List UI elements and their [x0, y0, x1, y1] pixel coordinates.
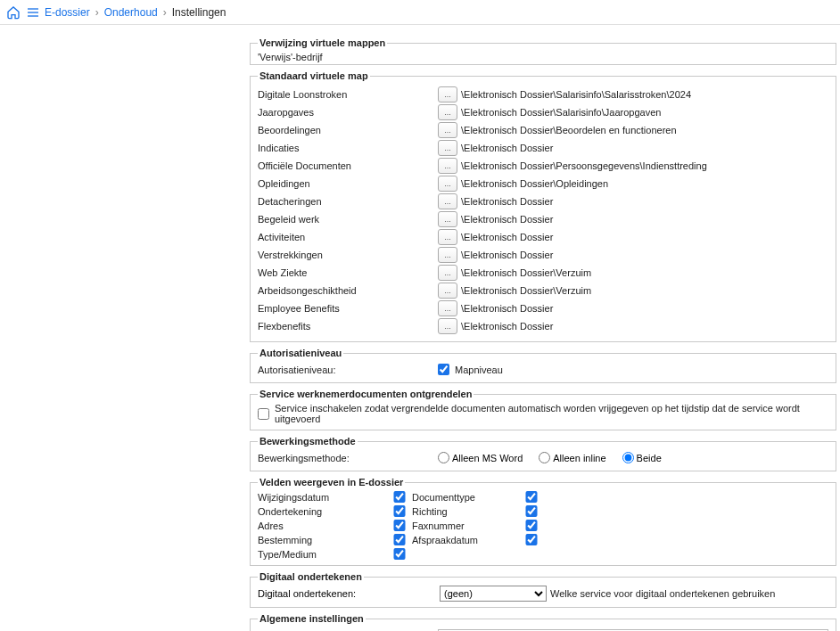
radio-inline[interactable] [539, 452, 550, 463]
section-sign: Digitaal ondertekenen Digitaal onderteke… [250, 571, 836, 608]
browse-button[interactable]: ... [438, 283, 457, 299]
path-row: Activiteiten...\Elektronisch Dossier [258, 229, 828, 245]
field-label: Wijzigingsdatum [258, 492, 387, 503]
browse-button[interactable]: ... [438, 300, 457, 316]
path-value: \Elektronisch Dossier [459, 232, 828, 242]
path-row: Web Ziekte...\Elektronisch Dossier\Verzu… [258, 265, 828, 281]
breadcrumb: E-dossier › Onderhoud › Instellingen [43, 6, 226, 19]
path-label: Flexbenefits [258, 321, 436, 332]
auth-checkbox[interactable] [438, 364, 449, 375]
browse-button[interactable]: ... [438, 158, 457, 174]
breadcrumb-sep: › [161, 6, 169, 19]
path-value: \Elektronisch Dossier [459, 143, 828, 153]
field-label: Faxnummer [412, 520, 519, 531]
legend-default-folders: Standaard virtuele map [258, 70, 370, 81]
section-service-unlock: Service werknemerdocumenten ontgrendelen… [250, 389, 836, 430]
browse-button[interactable]: ... [438, 229, 457, 245]
radio-msword-wrap[interactable]: Alleen MS Word [438, 452, 523, 463]
field-checkbox[interactable] [519, 505, 544, 517]
section-edit-method: Bewerkingsmethode Bewerkingsmethode: All… [250, 436, 836, 471]
browse-button[interactable]: ... [438, 86, 457, 102]
browse-button[interactable]: ... [438, 140, 457, 156]
path-label: Beoordelingen [258, 125, 436, 135]
field-checkbox[interactable] [387, 491, 412, 503]
legend-sign: Digitaal ondertekenen [258, 571, 364, 582]
radio-inline-label: Alleen inline [553, 453, 605, 463]
path-row: Digitale Loonstroken...\Elektronisch Dos… [258, 86, 828, 102]
path-value: \Elektronisch Dossier\Verzuim [459, 285, 828, 296]
topbar: E-dossier › Onderhoud › Instellingen [0, 0, 840, 25]
browse-button[interactable]: ... [438, 176, 457, 192]
edit-method-label: Bewerkingsmethode: [258, 453, 436, 463]
path-value: \Elektronisch Dossier\Salarisinfo\Jaarop… [459, 107, 828, 118]
field-label: Documenttype [412, 492, 519, 503]
radio-both-label: Beide [637, 453, 662, 463]
section-general: Algemene instellingen Standaard afzender… [250, 613, 836, 631]
sign-select[interactable]: (geen) [440, 586, 547, 602]
browse-button[interactable]: ... [438, 122, 457, 138]
path-label: Begeleid werk [258, 214, 436, 225]
field-checkbox[interactable] [387, 505, 412, 517]
path-row: Beoordelingen...\Elektronisch Dossier\Be… [258, 122, 828, 138]
legend-service-unlock: Service werknemerdocumenten ontgrendelen [258, 389, 474, 399]
legend-referral: Verwijzing virtuele mappen [258, 37, 387, 48]
service-unlock-label: Service inschakelen zodat vergrendelde d… [275, 403, 828, 424]
section-auth: Autorisatieniveau Autorisatieniveau: Map… [250, 348, 836, 383]
path-row: Verstrekkingen...\Elektronisch Dossier [258, 247, 828, 263]
browse-button[interactable]: ... [438, 211, 457, 227]
path-value: \Elektronisch Dossier [459, 303, 828, 314]
field-checkbox[interactable] [387, 534, 412, 545]
legend-edit-method: Bewerkingsmethode [258, 436, 358, 447]
path-label: Opleidingen [258, 178, 436, 189]
breadcrumb-mid[interactable]: Onderhoud [104, 6, 158, 19]
section-fields: Velden weergeven in E-dossier Wijzigings… [250, 477, 836, 566]
field-label: Bestemming [258, 535, 387, 545]
field-checkbox[interactable] [519, 491, 544, 503]
radio-msword[interactable] [438, 452, 449, 463]
path-value: \Elektronisch Dossier [459, 250, 828, 260]
path-value: \Elektronisch Dossier\Salarisinfo\Salari… [459, 89, 828, 100]
field-label: Afspraakdatum [412, 535, 519, 545]
field-label: Type/Medium [258, 549, 387, 560]
path-row: Flexbenefits...\Elektronisch Dossier [258, 318, 828, 334]
browse-button[interactable]: ... [438, 193, 457, 209]
path-row: Officiële Documenten...\Elektronisch Dos… [258, 158, 828, 174]
legend-auth: Autorisatieniveau [258, 348, 343, 358]
path-row: Employee Benefits...\Elektronisch Dossie… [258, 300, 828, 316]
radio-msword-label: Alleen MS Word [452, 453, 523, 463]
browse-button[interactable]: ... [438, 247, 457, 263]
path-label: Verstrekkingen [258, 250, 436, 260]
field-checkbox[interactable] [519, 534, 544, 545]
path-value: \Elektronisch Dossier\Persoonsgegevens\I… [459, 160, 828, 171]
path-label: Officiële Documenten [258, 160, 436, 171]
field-checkbox[interactable] [387, 548, 412, 560]
home-icon[interactable] [4, 3, 23, 22]
field-checkbox[interactable] [519, 520, 544, 531]
section-default-folders: Standaard virtuele map Digitale Loonstro… [250, 70, 836, 342]
referral-value: 'Verwijs'-bedrijf [258, 52, 828, 62]
service-unlock-checkbox[interactable] [258, 408, 269, 420]
breadcrumb-root[interactable]: E-dossier [45, 6, 90, 19]
radio-both-wrap[interactable]: Beide [622, 452, 662, 463]
browse-button[interactable]: ... [438, 318, 457, 334]
path-label: Web Ziekte [258, 267, 436, 278]
browse-button[interactable]: ... [438, 104, 457, 120]
settings-form: Verwijzing virtuele mappen 'Verwijs'-bed… [250, 37, 836, 631]
path-value: \Elektronisch Dossier\Verzuim [459, 267, 828, 278]
field-label: Richting [412, 506, 519, 517]
path-label: Detacheringen [258, 196, 436, 207]
path-label: Digitale Loonstroken [258, 89, 436, 100]
path-value: \Elektronisch Dossier\Opleidingen [459, 178, 828, 189]
field-checkbox[interactable] [387, 520, 412, 531]
sign-hint: Welke service voor digitaal ondertekenen… [550, 588, 828, 599]
path-label: Employee Benefits [258, 303, 436, 314]
breadcrumb-current: Instellingen [172, 6, 226, 19]
auth-label: Autorisatieniveau: [258, 365, 436, 375]
menu-icon[interactable] [23, 3, 43, 22]
sign-label: Digitaal ondertekenen: [258, 588, 436, 599]
path-row: Indicaties...\Elektronisch Dossier [258, 140, 828, 156]
path-row: Jaaropgaves...\Elektronisch Dossier\Sala… [258, 104, 828, 120]
browse-button[interactable]: ... [438, 265, 457, 281]
radio-inline-wrap[interactable]: Alleen inline [539, 452, 605, 463]
radio-both[interactable] [622, 452, 634, 463]
